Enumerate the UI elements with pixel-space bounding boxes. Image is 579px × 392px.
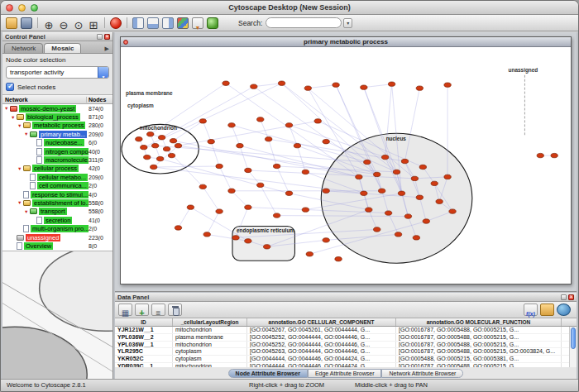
network-node[interactable]	[381, 155, 388, 159]
table-row[interactable]: YLR295Ccytoplasm[GO:0045263, GO:0044444,…	[115, 348, 577, 356]
tree-row[interactable]: primary metab...209(0	[2, 130, 112, 138]
network-node[interactable]	[208, 140, 214, 144]
network-node[interactable]	[361, 85, 367, 89]
frame-titlebar[interactable]: primary metabolic process	[121, 37, 571, 47]
tree-column-nodes[interactable]: Nodes	[87, 97, 110, 103]
tab-edge-attribute-browser[interactable]: Edge Attribute Browser	[308, 369, 382, 378]
table-row[interactable]: YPL036W__1mitochondrion[GO:0045252, GO:0…	[115, 342, 577, 349]
import-table-icon[interactable]	[540, 304, 554, 316]
network-node[interactable]	[285, 191, 292, 195]
tree-row[interactable]: cell communica...2(0	[2, 182, 112, 190]
expander-icon[interactable]	[17, 198, 23, 207]
network-node[interactable]	[273, 164, 280, 168]
vizmapper-icon[interactable]	[177, 17, 189, 29]
table-scrollbar[interactable]	[569, 327, 577, 367]
network-node[interactable]	[278, 81, 285, 85]
tree-row[interactable]: biological_process871(0	[2, 112, 112, 121]
tree-row[interactable]: transport558(0	[2, 208, 112, 216]
network-node[interactable]	[366, 208, 372, 212]
search-options-button[interactable]: ▾	[343, 18, 352, 28]
network-node[interactable]	[216, 164, 223, 168]
tab-scroll-right-icon[interactable]: ▶	[103, 45, 111, 53]
network-node[interactable]	[419, 165, 426, 169]
close-panel-icon[interactable]	[104, 34, 110, 40]
network-node[interactable]	[416, 195, 423, 199]
network-node[interactable]	[385, 211, 391, 215]
network-node[interactable]	[551, 153, 557, 157]
network-node[interactable]	[266, 137, 272, 141]
network-node[interactable]	[323, 238, 329, 242]
network-node[interactable]	[273, 213, 280, 218]
tree-row[interactable]: secretion41(0	[2, 216, 112, 224]
network-node[interactable]	[175, 226, 181, 230]
results-panel-toggle-icon[interactable]	[162, 17, 174, 29]
tree-row[interactable]: nucleobase...6(0	[2, 139, 112, 147]
network-node[interactable]	[395, 232, 401, 237]
network-node[interactable]	[158, 136, 165, 140]
network-node[interactable]	[436, 199, 443, 203]
float-panel-icon[interactable]	[97, 34, 103, 40]
network-node[interactable]	[163, 146, 170, 151]
column-header[interactable]: annotation.GO CELLULAR_COMPONENT	[247, 318, 396, 326]
search-input[interactable]	[266, 17, 342, 28]
network-node[interactable]	[245, 239, 251, 243]
network-node[interactable]	[203, 232, 210, 237]
network-node[interactable]	[251, 84, 257, 88]
network-node[interactable]	[398, 191, 404, 195]
network-node[interactable]	[323, 189, 329, 193]
control-panel-toggle-icon[interactable]	[132, 17, 144, 29]
network-node[interactable]	[374, 172, 380, 176]
table-row[interactable]: YKR052Ccytoplasm[GO:0044444, GO:0044446,…	[115, 356, 577, 363]
expander-icon[interactable]	[17, 122, 23, 130]
network-node[interactable]	[306, 252, 313, 256]
expander-icon[interactable]	[24, 208, 30, 216]
delete-attribute-icon[interactable]	[168, 304, 182, 316]
tree-row[interactable]: macromolecule...311(0	[2, 155, 112, 164]
save-icon[interactable]	[21, 17, 32, 29]
tree-row[interactable]: unassigned223(0	[2, 233, 112, 241]
table-row[interactable]: YJR121W__1mitochondrion[GO:0045267, GO:0…	[115, 327, 577, 334]
map-ontology-icon[interactable]	[557, 304, 571, 316]
network-node[interactable]	[356, 174, 362, 179]
tree-column-network[interactable]: Network	[5, 97, 87, 103]
modify-attribute-icon[interactable]	[151, 304, 165, 316]
network-node[interactable]	[379, 189, 385, 193]
network-node[interactable]	[411, 176, 418, 180]
network-node[interactable]	[361, 191, 367, 195]
scrollbar-thumb[interactable]	[571, 327, 576, 349]
network-node[interactable]	[537, 153, 543, 157]
table-row[interactable]: YPL036W__2plasma membrane[GO:0045252, GO…	[115, 334, 577, 342]
network-node[interactable]	[264, 245, 270, 249]
tab-network-attribute-browser[interactable]: Network Attribute Browser	[381, 369, 463, 378]
close-data-panel-icon[interactable]	[568, 294, 574, 300]
function-builder-icon[interactable]	[524, 304, 538, 316]
network-node[interactable]	[152, 143, 159, 147]
network-node[interactable]	[323, 140, 329, 144]
tree-row[interactable]: metabolic process280(0	[2, 122, 112, 130]
tree-row[interactable]: Overview8(0	[2, 241, 112, 250]
tree-row[interactable]: cellular metabo...209(0	[2, 173, 112, 181]
network-node[interactable]	[257, 183, 264, 187]
snapshot-icon[interactable]	[110, 17, 122, 29]
network-node[interactable]	[156, 156, 163, 160]
table-row[interactable]: YDR039C__1mitochondrion[GO:0044444, GO:0…	[115, 363, 577, 367]
tree-row[interactable]: response to stimul...4(0	[2, 190, 112, 198]
column-header[interactable]: annotation.GO MOLECULAR_FUNCTION	[396, 318, 562, 326]
network-node[interactable]	[136, 137, 142, 141]
select-attributes-icon[interactable]	[118, 304, 132, 316]
tab-mosaic[interactable]: Mosaic	[44, 43, 81, 53]
new-attribute-icon[interactable]	[135, 304, 149, 316]
expander-icon[interactable]	[17, 165, 23, 173]
data-panel-toggle-icon[interactable]	[147, 17, 159, 29]
open-icon[interactable]	[6, 17, 17, 29]
network-node[interactable]	[333, 83, 339, 87]
tab-network[interactable]: Network	[4, 43, 43, 53]
network-node[interactable]	[302, 170, 309, 174]
network-node[interactable]	[228, 123, 235, 127]
tree-row[interactable]: nitrogen compo...40(0	[2, 147, 112, 155]
network-node[interactable]	[147, 132, 154, 136]
network-canvas[interactable]: mitochondrionnucleusendoplasmic reticulu…	[121, 47, 571, 284]
network-node[interactable]	[223, 81, 229, 85]
network-node[interactable]	[294, 143, 300, 147]
network-node[interactable]	[245, 168, 251, 172]
